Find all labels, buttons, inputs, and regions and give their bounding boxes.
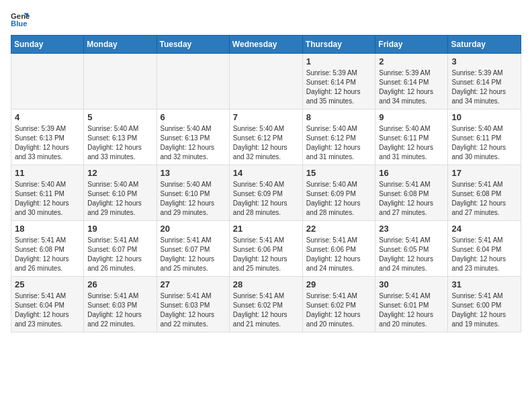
day-info: Sunrise: 5:39 AM Sunset: 6:14 PM Dayligh… <box>306 68 372 106</box>
svg-text:Blue: Blue <box>11 19 28 28</box>
calendar-day-29: 29Sunrise: 5:41 AM Sunset: 6:02 PM Dayli… <box>302 277 375 332</box>
day-number: 27 <box>161 279 226 289</box>
calendar-day-3: 3Sunrise: 5:39 AM Sunset: 6:14 PM Daylig… <box>448 54 521 109</box>
day-number: 30 <box>379 279 444 289</box>
day-info: Sunrise: 5:41 AM Sunset: 6:06 PM Dayligh… <box>233 236 299 273</box>
calendar-day-19: 19Sunrise: 5:41 AM Sunset: 6:07 PM Dayli… <box>84 221 157 277</box>
weekday-header-thursday: Thursday <box>302 36 375 54</box>
calendar-day-16: 16Sunrise: 5:41 AM Sunset: 6:08 PM Dayli… <box>375 165 448 221</box>
day-info: Sunrise: 5:41 AM Sunset: 6:08 PM Dayligh… <box>379 180 444 218</box>
day-number: 4 <box>15 112 80 122</box>
day-info: Sunrise: 5:41 AM Sunset: 6:08 PM Dayligh… <box>451 180 517 218</box>
day-number: 12 <box>87 168 152 178</box>
weekday-header-sunday: Sunday <box>11 36 84 54</box>
calendar-day-7: 7Sunrise: 5:40 AM Sunset: 6:12 PM Daylig… <box>229 109 302 165</box>
empty-day <box>11 54 84 109</box>
calendar-week-row: 18Sunrise: 5:41 AM Sunset: 6:08 PM Dayli… <box>11 221 521 277</box>
day-number: 23 <box>379 224 444 234</box>
weekday-header-saturday: Saturday <box>448 36 521 54</box>
day-number: 6 <box>161 112 226 122</box>
day-info: Sunrise: 5:40 AM Sunset: 6:11 PM Dayligh… <box>15 180 80 218</box>
day-info: Sunrise: 5:41 AM Sunset: 6:04 PM Dayligh… <box>451 236 517 273</box>
day-number: 22 <box>306 224 372 234</box>
logo-icon: General Blue <box>11 11 30 30</box>
calendar-day-9: 9Sunrise: 5:40 AM Sunset: 6:11 PM Daylig… <box>375 109 448 165</box>
calendar-day-13: 13Sunrise: 5:40 AM Sunset: 6:10 PM Dayli… <box>157 165 229 221</box>
calendar-day-25: 25Sunrise: 5:41 AM Sunset: 6:04 PM Dayli… <box>11 277 84 332</box>
calendar-day-22: 22Sunrise: 5:41 AM Sunset: 6:06 PM Dayli… <box>302 221 375 277</box>
empty-day <box>84 54 157 109</box>
day-info: Sunrise: 5:41 AM Sunset: 6:03 PM Dayligh… <box>87 291 152 329</box>
day-number: 2 <box>379 56 444 66</box>
day-info: Sunrise: 5:41 AM Sunset: 6:02 PM Dayligh… <box>306 291 372 329</box>
day-info: Sunrise: 5:41 AM Sunset: 6:07 PM Dayligh… <box>87 236 152 273</box>
day-info: Sunrise: 5:40 AM Sunset: 6:13 PM Dayligh… <box>161 124 226 162</box>
weekday-header-tuesday: Tuesday <box>157 36 229 54</box>
day-number: 14 <box>233 168 299 178</box>
empty-day <box>229 54 302 109</box>
calendar-day-26: 26Sunrise: 5:41 AM Sunset: 6:03 PM Dayli… <box>84 277 157 332</box>
day-info: Sunrise: 5:40 AM Sunset: 6:13 PM Dayligh… <box>87 124 152 162</box>
day-info: Sunrise: 5:40 AM Sunset: 6:09 PM Dayligh… <box>306 180 372 218</box>
day-number: 25 <box>15 279 80 289</box>
day-number: 16 <box>379 168 444 178</box>
calendar-day-8: 8Sunrise: 5:40 AM Sunset: 6:12 PM Daylig… <box>302 109 375 165</box>
day-number: 29 <box>306 279 372 289</box>
calendar-day-18: 18Sunrise: 5:41 AM Sunset: 6:08 PM Dayli… <box>11 221 84 277</box>
weekday-header-monday: Monday <box>84 36 157 54</box>
calendar-day-30: 30Sunrise: 5:41 AM Sunset: 6:01 PM Dayli… <box>375 277 448 332</box>
day-info: Sunrise: 5:41 AM Sunset: 6:07 PM Dayligh… <box>161 236 226 273</box>
day-info: Sunrise: 5:41 AM Sunset: 6:02 PM Dayligh… <box>233 291 299 329</box>
calendar-day-10: 10Sunrise: 5:40 AM Sunset: 6:11 PM Dayli… <box>448 109 521 165</box>
calendar-day-5: 5Sunrise: 5:40 AM Sunset: 6:13 PM Daylig… <box>84 109 157 165</box>
day-number: 15 <box>306 168 372 178</box>
calendar-day-11: 11Sunrise: 5:40 AM Sunset: 6:11 PM Dayli… <box>11 165 84 221</box>
day-number: 8 <box>306 112 372 122</box>
calendar-day-2: 2Sunrise: 5:39 AM Sunset: 6:14 PM Daylig… <box>375 54 448 109</box>
day-number: 28 <box>233 279 299 289</box>
weekday-header-friday: Friday <box>375 36 448 54</box>
page-header: General Blue <box>11 11 521 30</box>
calendar-day-15: 15Sunrise: 5:40 AM Sunset: 6:09 PM Dayli… <box>302 165 375 221</box>
calendar-day-17: 17Sunrise: 5:41 AM Sunset: 6:08 PM Dayli… <box>448 165 521 221</box>
day-info: Sunrise: 5:40 AM Sunset: 6:12 PM Dayligh… <box>306 124 372 162</box>
weekday-header-wednesday: Wednesday <box>229 36 302 54</box>
day-number: 17 <box>451 168 517 178</box>
day-info: Sunrise: 5:40 AM Sunset: 6:11 PM Dayligh… <box>451 124 517 162</box>
day-info: Sunrise: 5:40 AM Sunset: 6:09 PM Dayligh… <box>233 180 299 218</box>
day-info: Sunrise: 5:40 AM Sunset: 6:11 PM Dayligh… <box>379 124 444 162</box>
day-number: 20 <box>161 224 226 234</box>
day-number: 26 <box>87 279 152 289</box>
calendar-week-row: 25Sunrise: 5:41 AM Sunset: 6:04 PM Dayli… <box>11 277 521 332</box>
empty-day <box>157 54 229 109</box>
day-info: Sunrise: 5:41 AM Sunset: 6:00 PM Dayligh… <box>451 291 517 329</box>
day-number: 9 <box>379 112 444 122</box>
weekday-header-row: SundayMondayTuesdayWednesdayThursdayFrid… <box>11 36 521 54</box>
day-number: 5 <box>87 112 152 122</box>
calendar-day-20: 20Sunrise: 5:41 AM Sunset: 6:07 PM Dayli… <box>157 221 229 277</box>
day-info: Sunrise: 5:41 AM Sunset: 6:04 PM Dayligh… <box>15 291 80 329</box>
day-info: Sunrise: 5:41 AM Sunset: 6:01 PM Dayligh… <box>379 291 444 329</box>
day-info: Sunrise: 5:40 AM Sunset: 6:12 PM Dayligh… <box>233 124 299 162</box>
calendar-day-31: 31Sunrise: 5:41 AM Sunset: 6:00 PM Dayli… <box>448 277 521 332</box>
logo: General Blue <box>11 11 30 30</box>
day-info: Sunrise: 5:41 AM Sunset: 6:08 PM Dayligh… <box>15 236 80 273</box>
day-number: 19 <box>87 224 152 234</box>
day-number: 31 <box>451 279 517 289</box>
calendar-week-row: 11Sunrise: 5:40 AM Sunset: 6:11 PM Dayli… <box>11 165 521 221</box>
calendar-day-24: 24Sunrise: 5:41 AM Sunset: 6:04 PM Dayli… <box>448 221 521 277</box>
day-info: Sunrise: 5:40 AM Sunset: 6:10 PM Dayligh… <box>87 180 152 218</box>
day-info: Sunrise: 5:40 AM Sunset: 6:10 PM Dayligh… <box>161 180 226 218</box>
day-number: 21 <box>233 224 299 234</box>
day-info: Sunrise: 5:39 AM Sunset: 6:14 PM Dayligh… <box>379 68 444 106</box>
calendar-day-4: 4Sunrise: 5:39 AM Sunset: 6:13 PM Daylig… <box>11 109 84 165</box>
day-number: 10 <box>451 112 517 122</box>
day-info: Sunrise: 5:39 AM Sunset: 6:14 PM Dayligh… <box>451 68 517 106</box>
calendar-day-1: 1Sunrise: 5:39 AM Sunset: 6:14 PM Daylig… <box>302 54 375 109</box>
calendar-day-14: 14Sunrise: 5:40 AM Sunset: 6:09 PM Dayli… <box>229 165 302 221</box>
day-number: 1 <box>306 56 372 66</box>
day-number: 3 <box>451 56 517 66</box>
day-number: 11 <box>15 168 80 178</box>
day-number: 24 <box>451 224 517 234</box>
day-info: Sunrise: 5:41 AM Sunset: 6:05 PM Dayligh… <box>379 236 444 273</box>
